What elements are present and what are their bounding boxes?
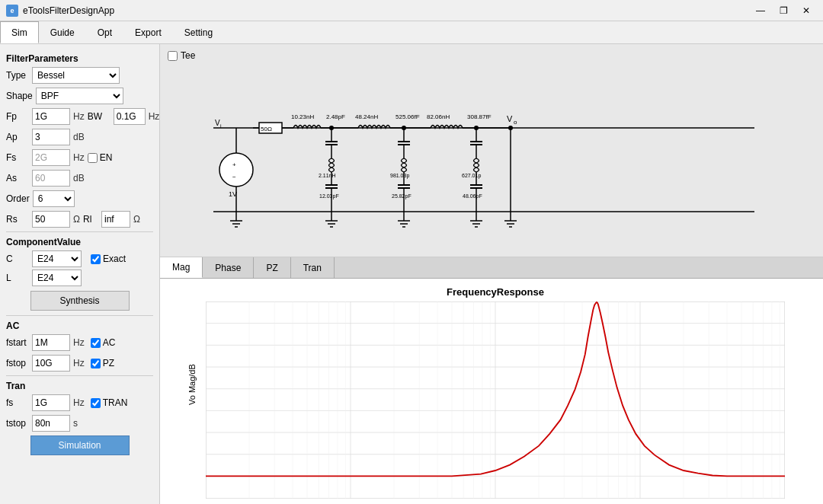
rs-input[interactable]	[32, 211, 70, 228]
synthesis-button[interactable]: Synthesis	[30, 291, 130, 311]
exact-text: Exact	[103, 254, 126, 264]
svg-text:308.87fF: 308.87fF	[467, 113, 492, 120]
ap-row: Ap dB	[6, 129, 153, 145]
chart-area: Mag Phase PZ Tran FrequencyResponse Vo M…	[160, 257, 823, 504]
l-row: L E24E12E6Ideal	[6, 270, 153, 286]
tran-fs-input[interactable]	[32, 394, 70, 411]
tran-checkbox-text: TRAN	[103, 397, 128, 408]
svg-text:48.24nH: 48.24nH	[355, 113, 378, 120]
title-bar-controls: — ❐ ✕	[750, 2, 817, 19]
pz-checkbox[interactable]	[91, 359, 101, 368]
ac-checkbox-label[interactable]: AC	[91, 337, 116, 348]
order-row: Order 6 123 4578	[6, 190, 153, 207]
exact-checkbox[interactable]	[91, 254, 101, 264]
tran-label: Tran	[6, 381, 153, 391]
shape-select[interactable]: BPF LPF HPF BSF	[36, 88, 123, 104]
tstop-label: tstop	[6, 418, 29, 429]
fs-unit: Hz	[73, 152, 85, 163]
fstart-input[interactable]	[32, 334, 70, 351]
svg-text:50Ω: 50Ω	[261, 126, 272, 132]
rl-label: Rl	[83, 214, 98, 225]
fs-row: Fs Hz EN	[6, 149, 153, 166]
menu-item-opt[interactable]: Opt	[86, 21, 123, 43]
divider-2	[6, 315, 153, 316]
tab-pz[interactable]: PZ	[254, 257, 290, 278]
svg-text:V: V	[215, 119, 220, 127]
svg-text:25.82pF: 25.82pF	[392, 193, 412, 199]
rl-unit: Ω	[133, 214, 140, 225]
left-panel: FilterParameters Type Bessel Butterworth…	[0, 44, 160, 504]
app-icon: e	[6, 5, 18, 17]
fstop-label: fstop	[6, 358, 29, 368]
tab-mag[interactable]: Mag	[160, 257, 203, 278]
fp-input[interactable]	[32, 108, 70, 125]
tab-phase[interactable]: Phase	[203, 257, 254, 278]
right-panel: Tee	[160, 44, 823, 504]
bw-input[interactable]	[114, 108, 146, 125]
as-input[interactable]	[32, 170, 70, 187]
menu-item-sim[interactable]: Sim	[0, 21, 39, 43]
tran-checkbox-label[interactable]: TRAN	[91, 397, 128, 408]
type-label: Type	[6, 70, 29, 81]
chart-inner: Vo Mag/dB	[206, 301, 785, 499]
menu-item-guide[interactable]: Guide	[39, 21, 86, 43]
fstart-row: fstart Hz AC	[6, 334, 153, 351]
menu-item-export[interactable]: Export	[123, 21, 173, 43]
tab-tran[interactable]: Tran	[291, 257, 335, 278]
fstart-label: fstart	[6, 337, 29, 348]
type-row: Type Bessel Butterworth Chebyshev Ellipt…	[6, 67, 153, 84]
svg-text:+: +	[232, 161, 236, 168]
svg-text:1V: 1V	[229, 190, 237, 198]
menu-bar: Sim Guide Opt Export Setting	[0, 21, 823, 44]
en-checkbox-label[interactable]: EN	[88, 152, 113, 163]
chart-title: FrequencyResponse	[206, 286, 785, 298]
tran-checkbox[interactable]	[91, 398, 101, 408]
svg-text:V: V	[507, 114, 513, 123]
c-select[interactable]: E24E12E6Ideal	[32, 250, 82, 267]
ap-input[interactable]	[32, 129, 70, 145]
close-button[interactable]: ✕	[796, 2, 817, 19]
as-label: As	[6, 173, 29, 183]
c-label: C	[6, 254, 29, 264]
title-bar: e eToolsFilterDesignApp — ❐ ✕	[0, 0, 823, 21]
chart-container: FrequencyResponse Vo Mag/dB	[160, 279, 823, 504]
as-unit: dB	[73, 173, 85, 183]
bw-label: BW	[88, 111, 110, 122]
en-checkbox[interactable]	[88, 153, 98, 163]
rs-row: Rs Ω Rl Ω	[6, 211, 153, 228]
tstop-input[interactable]	[32, 415, 70, 432]
svg-text:−: −	[232, 174, 236, 180]
svg-text:12.03pF: 12.03pF	[319, 193, 339, 199]
filter-params-label: FilterParameters	[6, 53, 153, 64]
divider-3	[6, 375, 153, 376]
ac-label: AC	[6, 321, 153, 331]
l-label: L	[6, 273, 29, 283]
exact-label[interactable]: Exact	[91, 254, 126, 264]
app-title: eToolsFilterDesignApp	[23, 5, 114, 16]
svg-text:82.06nH: 82.06nH	[427, 113, 450, 120]
fstop-row: fstop Hz PZ	[6, 355, 153, 372]
circuit-area: Tee	[160, 44, 823, 257]
y-axis-label: Vo Mag/dB	[187, 364, 197, 405]
l-select[interactable]: E24E12E6Ideal	[32, 270, 82, 286]
rs-unit: Ω	[73, 214, 80, 225]
order-select[interactable]: 6 123 4578	[33, 190, 75, 207]
maximize-button[interactable]: ❐	[773, 2, 794, 19]
order-label: Order	[6, 193, 30, 204]
tee-checkbox[interactable]	[168, 51, 178, 61]
ac-checkbox[interactable]	[91, 338, 101, 348]
fstop-unit: Hz	[73, 358, 85, 368]
fs-input[interactable]	[32, 149, 70, 166]
fp-label: Fp	[6, 111, 29, 122]
shape-row: Shape BPF LPF HPF BSF	[6, 88, 153, 104]
rl-input[interactable]	[101, 211, 130, 228]
minimize-button[interactable]: —	[750, 2, 771, 19]
frequency-chart: 0 -10 -20 -30 -40 -50 -60 -70 -80 10⁶ 10…	[206, 301, 785, 499]
type-select[interactable]: Bessel Butterworth Chebyshev Elliptic	[32, 67, 120, 84]
svg-text:525.06fF: 525.06fF	[395, 113, 420, 120]
pz-checkbox-label[interactable]: PZ	[91, 358, 114, 368]
menu-item-setting[interactable]: Setting	[173, 21, 224, 43]
fstop-input[interactable]	[32, 355, 70, 372]
simulation-button[interactable]: Simulation	[30, 435, 130, 455]
svg-text:2.48pF: 2.48pF	[326, 113, 345, 120]
